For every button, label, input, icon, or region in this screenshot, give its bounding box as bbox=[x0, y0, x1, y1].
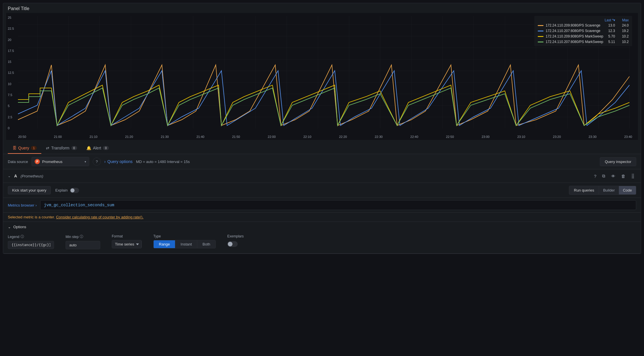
view-toggle: Builder Code bbox=[599, 186, 636, 195]
list-item: 172.24.110.209:8080/PS Scavenge 13.0 24.… bbox=[538, 23, 629, 27]
tab-alert[interactable]: 🔔 Alert 0 bbox=[82, 142, 113, 154]
query-info-button[interactable]: ? bbox=[592, 173, 598, 180]
db-icon: 🗄 bbox=[12, 146, 16, 150]
format-option-group: Format Time series Table Heatmap bbox=[112, 234, 142, 248]
legend-color-1 bbox=[538, 25, 544, 26]
options-section: ⌄ Options Legend ⓘ Min step ⓘ bbox=[3, 222, 641, 253]
format-select-wrapper: Time series Table Heatmap bbox=[112, 240, 142, 248]
metrics-browser-button[interactable]: Metrics browser › bbox=[8, 203, 37, 207]
range-button[interactable]: Range bbox=[154, 240, 175, 248]
legend-label-3: 172.24.110.209:8080/PS MarkSweep bbox=[546, 34, 603, 38]
query-controls: Kick start your query Explain Run querie… bbox=[3, 183, 641, 198]
datasource-select[interactable]: P Prometheus ▾ bbox=[31, 157, 89, 166]
min-step-input[interactable] bbox=[66, 241, 100, 249]
x-axis-labels: 20:50 21:00 21:10 21:20 21:30 21:40 21:5… bbox=[18, 135, 632, 138]
legend-input[interactable] bbox=[8, 241, 54, 249]
alert-badge: 0 bbox=[103, 146, 109, 150]
panel-container: Panel Title 25 22.5 20 17.5 15 12.5 10 7… bbox=[3, 3, 641, 254]
type-button-group: Range Instant Both bbox=[153, 240, 216, 248]
legend-label-1: 172.24.110.209:8080/PS Scavenge bbox=[546, 23, 603, 27]
metrics-browser-row: Metrics browser › bbox=[3, 198, 641, 213]
query-block-actions: ? ⧉ 👁 🗑 ⣿ bbox=[592, 172, 636, 180]
query-letter: A bbox=[14, 174, 17, 178]
format-select[interactable]: Time series Table Heatmap bbox=[112, 240, 142, 248]
transform-icon: ⇄ bbox=[46, 146, 49, 150]
query-drag-button[interactable]: ⣿ bbox=[630, 172, 636, 180]
query-hide-button[interactable]: 👁 bbox=[609, 173, 617, 180]
builder-button[interactable]: Builder bbox=[599, 186, 619, 194]
kick-start-button[interactable]: Kick start your query bbox=[8, 186, 51, 194]
exemplars-toggle[interactable] bbox=[227, 241, 238, 247]
chart-area: 25 22.5 20 17.5 15 12.5 10 7.5 5 2.5 0 bbox=[6, 13, 638, 140]
query-badge: 1 bbox=[31, 146, 37, 150]
prometheus-icon: P bbox=[35, 159, 40, 164]
legend-label-4: 172.24.110.207:8080/PS MarkSweep bbox=[546, 40, 603, 44]
run-queries-button[interactable]: Run queries bbox=[569, 186, 599, 195]
explain-row: Explain bbox=[55, 188, 79, 193]
type-label: Type bbox=[153, 234, 216, 238]
y-axis-labels: 25 22.5 20 17.5 15 12.5 10 7.5 5 2.5 0 bbox=[6, 16, 18, 130]
list-item: 172.24.110.207:8080/PS Scavenge 12.3 19.… bbox=[538, 29, 629, 33]
transform-badge: 0 bbox=[71, 146, 77, 150]
min-step-label: Min step ⓘ bbox=[66, 234, 100, 239]
legend-vals-1: 13.0 24.0 bbox=[606, 23, 629, 27]
legend-color-3 bbox=[538, 36, 544, 37]
exemplars-label: Exemplars bbox=[227, 234, 244, 238]
query-input[interactable] bbox=[40, 200, 636, 210]
options-row: Legend ⓘ Min step ⓘ Format bbox=[8, 233, 636, 250]
tab-transform[interactable]: ⇄ Transform 0 bbox=[41, 142, 81, 154]
panel-title: Panel Title bbox=[3, 3, 641, 13]
query-datasource-label: (Prometheus) bbox=[21, 174, 43, 178]
legend-last-label: Last *▾ bbox=[605, 18, 615, 22]
query-block-header: ⌄ A (Prometheus) ? ⧉ 👁 🗑 ⣿ bbox=[3, 169, 641, 183]
code-button[interactable]: Code bbox=[619, 186, 636, 194]
query-options-button[interactable]: › Query options bbox=[104, 159, 133, 164]
chevron-down-icon: ▾ bbox=[85, 160, 86, 163]
explain-toggle[interactable] bbox=[70, 188, 79, 193]
tab-query[interactable]: 🗄 Query 1 bbox=[8, 142, 41, 154]
instant-button[interactable]: Instant bbox=[175, 240, 197, 248]
options-header[interactable]: ⌄ Options bbox=[8, 225, 636, 229]
format-label: Format bbox=[112, 234, 142, 238]
options-collapse-icon: ⌄ bbox=[8, 225, 11, 229]
legend-max-label: Max bbox=[622, 18, 629, 22]
legend-option-group: Legend ⓘ bbox=[8, 234, 54, 249]
explain-label: Explain bbox=[55, 188, 68, 192]
query-options-info: MD = auto = 1480 Interval = 15s bbox=[136, 160, 190, 164]
query-copy-button[interactable]: ⧉ bbox=[600, 172, 607, 180]
legend-box: Last *▾ Max 172.24.110.209:8080/PS Scave… bbox=[534, 16, 632, 46]
datasource-info-button[interactable]: ? bbox=[93, 158, 101, 166]
both-button[interactable]: Both bbox=[197, 240, 215, 248]
query-delete-button[interactable]: 🗑 bbox=[619, 173, 627, 180]
legend-color-2 bbox=[538, 31, 544, 31]
query-block: ⌄ A (Prometheus) ? ⧉ 👁 🗑 ⣿ Kick start yo… bbox=[3, 169, 641, 254]
datasource-name: Prometheus bbox=[42, 160, 82, 164]
datasource-label: Data source bbox=[8, 160, 28, 164]
legend-label-2: 172.24.110.207:8080/PS Scavenge bbox=[546, 29, 603, 33]
legend-color-4 bbox=[538, 42, 544, 42]
legend-info-icon: ⓘ bbox=[21, 234, 24, 239]
type-option-group: Type Range Instant Both bbox=[153, 234, 216, 248]
legend-header: Last *▾ Max bbox=[538, 18, 629, 22]
arrow-right-icon: › bbox=[104, 159, 106, 164]
query-collapse-button[interactable]: ⌄ bbox=[8, 174, 11, 178]
options-title: Options bbox=[13, 225, 26, 229]
legend-vals-3: 5.70 10.2 bbox=[606, 34, 629, 38]
bell-icon: 🔔 bbox=[86, 146, 91, 150]
run-queries-group: Run queries Builder Code bbox=[569, 186, 636, 195]
arrow-icon: › bbox=[36, 203, 37, 207]
min-step-option-group: Min step ⓘ bbox=[66, 234, 100, 249]
legend-vals-4: 5.11 10.2 bbox=[606, 40, 629, 44]
legend-vals-2: 12.3 19.2 bbox=[606, 29, 629, 33]
tabs-bar: 🗄 Query 1 ⇄ Transform 0 🔔 Alert 0 bbox=[3, 142, 641, 154]
counter-warning: Selected metric is a counter. Consider c… bbox=[3, 213, 641, 222]
legend-option-label: Legend ⓘ bbox=[8, 234, 54, 239]
list-item: 172.24.110.207:8080/PS MarkSweep 5.11 10… bbox=[538, 40, 629, 44]
list-item: 172.24.110.209:8080/PS MarkSweep 5.70 10… bbox=[538, 34, 629, 38]
query-inspector-button[interactable]: Query inspector bbox=[600, 157, 636, 166]
min-step-info-icon: ⓘ bbox=[80, 234, 83, 239]
query-toolbar: Data source P Prometheus ▾ ? › Query opt… bbox=[3, 154, 641, 169]
exemplars-option-group: Exemplars bbox=[227, 234, 244, 247]
counter-warning-link[interactable]: Consider calculating rate of counter by … bbox=[56, 215, 144, 219]
